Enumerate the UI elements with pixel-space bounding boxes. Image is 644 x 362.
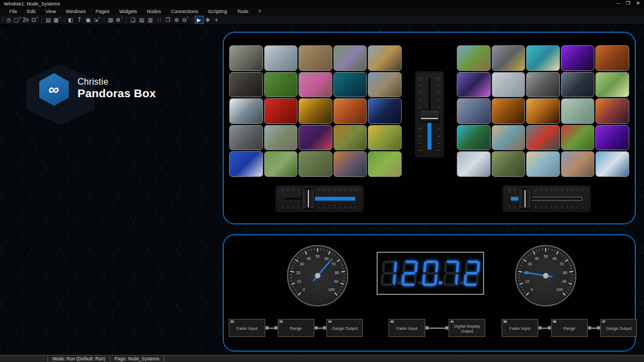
input-pin[interactable]: [597, 326, 600, 330]
globe-icon[interactable]: ⊕: [172, 16, 181, 24]
crosshair-icon[interactable]: +: [212, 16, 221, 24]
thumbnail-skydiver-sky[interactable]: [264, 45, 298, 71]
close-button[interactable]: ✕: [636, 1, 640, 6]
node-fader-input[interactable]: 33Fader Input: [229, 319, 265, 337]
menu-scripting[interactable]: Scripting: [203, 9, 232, 14]
dots-icon[interactable]: ∷: [155, 16, 164, 24]
thumbnail-autumn-forest-aerial[interactable]: [333, 125, 367, 151]
thumbnail-skyscrapers[interactable]: [457, 151, 491, 177]
text-widget-icon[interactable]: T: [75, 16, 84, 24]
output-pin[interactable]: [538, 326, 542, 330]
menu-widgets[interactable]: Widgets: [114, 9, 142, 14]
horizontal-slider-right[interactable]: [503, 186, 590, 211]
thumbnail-autumn-park[interactable]: [368, 125, 402, 151]
rectangle-widget-icon[interactable]: ▢▾: [13, 16, 22, 24]
menu-file[interactable]: File: [4, 9, 22, 14]
thumbnail-marina-boats[interactable]: [457, 98, 491, 124]
thumbnail-lake-clouds[interactable]: [595, 151, 629, 177]
panel-widget-icon[interactable]: ◧: [67, 16, 75, 24]
thumbnail-gray-mist[interactable]: [492, 72, 526, 98]
node-digital-display-output[interactable]: 41Digital Display Output: [449, 319, 485, 337]
node-gauge-output[interactable]: 37Gauge Output: [600, 319, 637, 337]
output-pin[interactable]: [314, 326, 318, 330]
menu-windows[interactable]: Windows: [61, 9, 91, 14]
thumbnail-highway-aerial[interactable]: [492, 45, 526, 71]
vertical-fader[interactable]: [416, 72, 443, 157]
thumbnail-forest-lagoon[interactable]: [457, 125, 491, 151]
thumbnail-storm-clouds[interactable]: [333, 151, 367, 177]
thumbnail-tropical-beach[interactable]: [526, 45, 560, 71]
node-range[interactable]: 35Range: [278, 319, 314, 337]
input-pin[interactable]: [274, 326, 278, 330]
thumbnail-beach-umbrella[interactable]: [492, 125, 526, 151]
input-pin[interactable]: [547, 326, 551, 330]
thumbnail-red-streaks[interactable]: [264, 98, 298, 124]
settings-gears-icon[interactable]: ⚙▾: [115, 16, 124, 24]
minimize-button[interactable]: –: [617, 1, 619, 6]
paste-icon[interactable]: ❒: [164, 16, 172, 24]
menu-view[interactable]: View: [40, 9, 61, 14]
thumbnail-geometric-pattern[interactable]: [457, 72, 491, 98]
thumbnail-purple-lightning[interactable]: [561, 45, 595, 71]
toolbar-grip[interactable]: ⁞: [2, 17, 3, 22]
menu-tools[interactable]: Tools: [232, 9, 253, 14]
image-widget-icon[interactable]: ▨: [106, 16, 115, 24]
list-widget-icon[interactable]: 2≡: [22, 16, 31, 24]
import-page-icon[interactable]: ▥: [146, 16, 155, 24]
thumbnail-green-leaves[interactable]: [264, 72, 298, 98]
thumbnail-hillside-town[interactable]: [561, 151, 595, 177]
thumbnail-park-walk[interactable]: [264, 151, 298, 177]
thumbnail-big-ben[interactable]: [368, 45, 402, 71]
thumbnail-waterfall[interactable]: [229, 45, 263, 71]
thumbnail-bridge-crowd[interactable]: [229, 125, 263, 151]
thumbnail-gold-swirl[interactable]: [299, 98, 332, 124]
thumbnail-fire-bokeh[interactable]: [492, 98, 526, 124]
thumbnail-vintage-crowd[interactable]: [526, 72, 560, 98]
thumbnail-crowded-beach[interactable]: [526, 151, 560, 177]
output-pin[interactable]: [425, 326, 429, 330]
menu-pages[interactable]: Pages: [91, 9, 115, 14]
thumbnail-orange-weave[interactable]: [526, 98, 560, 124]
thumbnail-wildlife-pair[interactable]: [299, 45, 332, 71]
thumbnail-lake-sunset[interactable]: [595, 98, 629, 124]
slider-thumb[interactable]: [302, 188, 315, 209]
button-widget-icon[interactable]: ▣: [84, 16, 93, 24]
input-pin[interactable]: [323, 326, 326, 330]
thumbnail-stunt-plane[interactable]: [229, 151, 263, 177]
thumbnail-orange-bokeh[interactable]: [333, 98, 367, 124]
new-page-icon[interactable]: ❏: [129, 16, 138, 24]
node-gauge-output[interactable]: 34Gauge Output: [326, 319, 363, 337]
thumbnail-girl-portrait[interactable]: [299, 72, 332, 98]
node-range[interactable]: 38Range: [551, 319, 588, 337]
clock-icon[interactable]: ◷: [4, 16, 13, 24]
thumbnail-street-legs[interactable]: [229, 72, 263, 98]
thumbnail-colosseum[interactable]: [368, 72, 402, 98]
thumbnail-forest-silhouette[interactable]: [561, 72, 595, 98]
pan-icon[interactable]: ✥: [204, 16, 212, 24]
thumbnail-teal-lines[interactable]: [333, 72, 367, 98]
thumbnail-purple-rain[interactable]: [299, 125, 332, 151]
output-pin[interactable]: [265, 326, 269, 330]
thumbnail-birch-leaves[interactable]: [595, 72, 629, 98]
connections-icon[interactable]: ⧉▾: [181, 16, 190, 24]
horizontal-slider-left[interactable]: [276, 186, 363, 211]
thumbnail-violet-rays[interactable]: [595, 125, 629, 151]
input-pin[interactable]: [445, 326, 449, 330]
thumbnail-apple-tree[interactable]: [561, 125, 595, 151]
output-pin[interactable]: [588, 326, 592, 330]
menu-nodes[interactable]: Nodes: [142, 9, 166, 14]
thumbnail-farm-field[interactable]: [368, 151, 402, 177]
play-button[interactable]: ▶: [195, 16, 204, 24]
display-widget-icon[interactable]: ⊡▾: [31, 16, 39, 24]
node-fader-input[interactable]: 39Fader Input: [502, 319, 538, 337]
thumbnail-bird-in-grass[interactable]: [299, 151, 332, 177]
thumbnail-orange-city[interactable]: [595, 45, 629, 71]
maximize-button[interactable]: ❐: [625, 1, 630, 6]
thumbnail-country-road[interactable]: [264, 125, 298, 151]
thumbnail-blue-plasma[interactable]: [368, 98, 402, 124]
slider-thumb[interactable]: [518, 188, 532, 209]
menu-help[interactable]: ?: [253, 9, 266, 14]
node-fader-input[interactable]: 40Fader Input: [389, 319, 425, 337]
notes-page-icon[interactable]: ▤: [138, 16, 146, 24]
resize-widget-icon[interactable]: ⇲▾: [93, 16, 102, 24]
